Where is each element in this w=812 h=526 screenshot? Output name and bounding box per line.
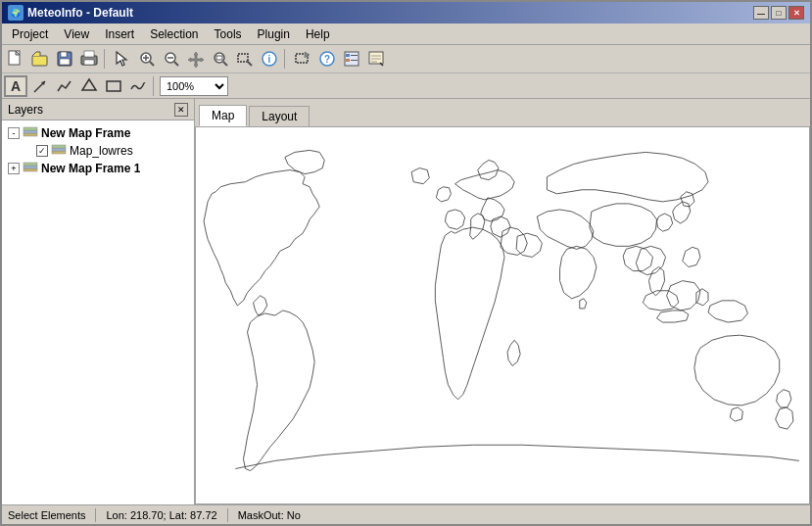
title-bar-left: 🌍 MeteoInfo - Default <box>8 5 133 21</box>
map-frame-2-icon <box>23 162 38 175</box>
svg-rect-41 <box>107 81 120 91</box>
menu-view[interactable]: View <box>56 25 97 43</box>
open-button[interactable] <box>28 48 52 70</box>
svg-line-22 <box>247 61 252 66</box>
export-button[interactable] <box>364 48 388 70</box>
svg-rect-43 <box>24 130 37 133</box>
svg-rect-50 <box>24 163 37 166</box>
svg-rect-46 <box>52 148 66 151</box>
close-button[interactable]: ✕ <box>788 6 804 20</box>
svg-marker-10 <box>117 52 126 66</box>
menu-tools[interactable]: Tools <box>207 25 250 43</box>
status-divider-1 <box>95 508 96 522</box>
menu-plugin[interactable]: Plugin <box>250 25 298 43</box>
svg-rect-48 <box>24 168 37 171</box>
status-mode: Select Elements <box>8 509 85 521</box>
svg-text:i: i <box>268 54 271 65</box>
svg-rect-8 <box>84 51 94 57</box>
tab-map[interactable]: Map <box>199 105 247 126</box>
menu-help[interactable]: Help <box>298 25 338 43</box>
svg-marker-40 <box>82 79 96 90</box>
map-lowres-icon <box>51 144 67 158</box>
select-tool-button[interactable] <box>111 48 134 70</box>
print-button[interactable] <box>77 48 101 70</box>
svg-marker-26 <box>305 52 310 59</box>
tab-layout[interactable]: Layout <box>249 106 310 126</box>
identify-button[interactable]: i <box>258 48 281 70</box>
zoom-select[interactable]: 25% 50% 75% 100% 150% 200% <box>160 76 228 96</box>
svg-rect-44 <box>24 127 37 130</box>
tree-label-map-frame-2: New Map Frame 1 <box>41 162 140 175</box>
layers-panel: Layers ✕ - New Map Frame <box>2 99 195 504</box>
app-icon: 🌍 <box>8 5 24 21</box>
main-window: 🌍 MeteoInfo - Default — □ ✕ Project View… <box>0 0 812 526</box>
svg-line-14 <box>150 62 154 66</box>
right-panel: Map Layout <box>195 99 810 504</box>
toolbar-sep-2 <box>284 49 288 69</box>
status-divider-2 <box>227 508 228 522</box>
menu-bar: Project View Insert Selection Tools Plug… <box>2 24 810 45</box>
toolbar-sep-1 <box>104 49 108 69</box>
layers-close-button[interactable]: ✕ <box>174 103 188 117</box>
maximize-button[interactable]: □ <box>771 6 787 20</box>
status-bar: Select Elements Lon: 218.70; Lat: 87.72 … <box>2 504 810 524</box>
toolbar2-sep-1 <box>153 76 157 96</box>
legend-button[interactable] <box>340 48 363 70</box>
menu-selection[interactable]: Selection <box>142 25 206 43</box>
svg-rect-9 <box>84 60 94 65</box>
menu-project[interactable]: Project <box>4 25 56 43</box>
zoom-out-button[interactable] <box>160 48 183 70</box>
svg-rect-47 <box>52 145 66 148</box>
polygon-tool-button[interactable] <box>77 75 101 97</box>
select-rect-button[interactable] <box>291 48 314 70</box>
zoom-full-button[interactable] <box>209 48 232 70</box>
world-map <box>196 127 809 503</box>
draw-toolbar: A 25% 50% 75 <box>2 72 810 98</box>
map-container[interactable] <box>195 126 810 504</box>
title-bar: 🌍 MeteoInfo - Default — □ ✕ <box>2 2 810 24</box>
text-tool-button[interactable]: A <box>4 75 27 97</box>
svg-rect-32 <box>346 59 350 62</box>
help-button[interactable]: ? <box>315 48 339 70</box>
freehand-tool-button[interactable] <box>126 75 150 97</box>
arrow-tool-button[interactable] <box>28 75 52 97</box>
tree-item-map-lowres[interactable]: Map_lowres <box>4 142 192 160</box>
tree-item-map-frame-1[interactable]: - New Map Frame <box>4 124 192 142</box>
toolbar-area: i ? A <box>2 45 810 99</box>
svg-rect-45 <box>52 151 66 154</box>
tree-expand-map-frame-2[interactable]: + <box>8 163 20 174</box>
status-mask: MaskOut: No <box>238 509 301 521</box>
zoom-in-button[interactable] <box>135 48 159 70</box>
window-title: MeteoInfo - Default <box>27 6 133 20</box>
tab-bar: Map Layout <box>195 99 810 126</box>
title-controls: — □ ✕ <box>753 6 804 20</box>
polyline-tool-button[interactable] <box>53 75 76 97</box>
svg-rect-21 <box>238 54 248 62</box>
tree-checkbox-map-lowres[interactable] <box>36 145 48 157</box>
main-toolbar: i ? <box>2 45 810 72</box>
tree-label-map-lowres: Map_lowres <box>70 144 133 158</box>
main-content: Layers ✕ - New Map Frame <box>2 99 810 504</box>
map-frame-icon <box>23 126 38 140</box>
new-button[interactable] <box>4 48 27 70</box>
tree-expand-map-frame-1[interactable]: - <box>8 127 20 139</box>
minimize-button[interactable]: — <box>753 6 769 20</box>
zoom-rect-button[interactable] <box>233 48 257 70</box>
tree-item-map-frame-2[interactable]: + New Map Frame 1 <box>4 160 192 177</box>
layers-title: Layers <box>8 103 43 117</box>
tree-label-map-frame-1: New Map Frame <box>41 126 130 140</box>
svg-rect-42 <box>24 133 37 136</box>
menu-insert[interactable]: Insert <box>97 25 142 43</box>
svg-text:?: ? <box>324 54 330 65</box>
svg-rect-30 <box>346 54 350 57</box>
svg-rect-5 <box>61 52 67 57</box>
save-button[interactable] <box>53 48 76 70</box>
svg-rect-49 <box>24 166 37 168</box>
layers-tree: - New Map Frame <box>2 120 194 504</box>
pan-button[interactable] <box>184 48 208 70</box>
layers-header: Layers ✕ <box>2 99 194 120</box>
svg-rect-3 <box>32 56 47 66</box>
rect-tool-button[interactable] <box>102 75 125 97</box>
status-coordinates: Lon: 218.70; Lat: 87.72 <box>106 509 216 521</box>
svg-line-19 <box>223 62 227 66</box>
